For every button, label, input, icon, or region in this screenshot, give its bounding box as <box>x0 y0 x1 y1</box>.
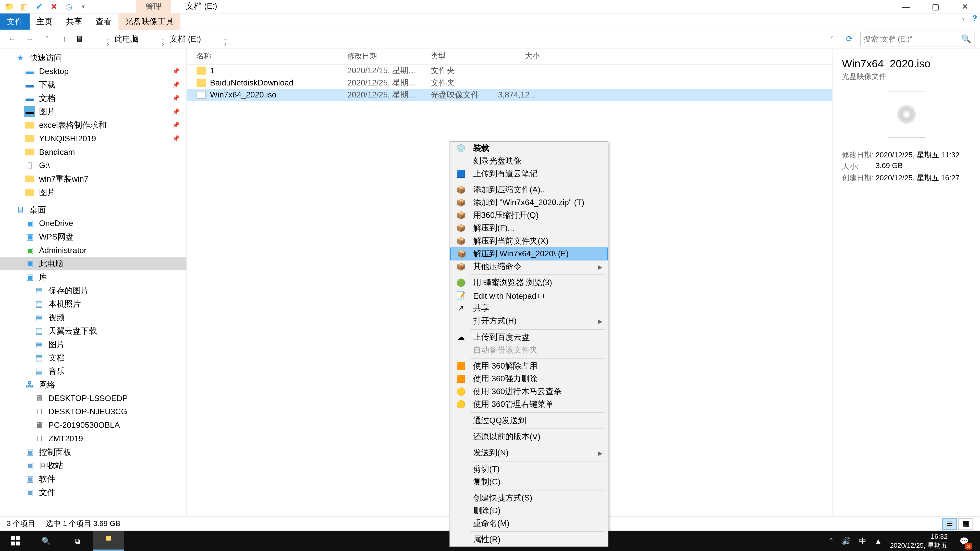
menu-item[interactable]: 📦添加到 "Win7x64_2020.zip" (T) <box>450 197 608 209</box>
col-size[interactable]: 大小 <box>488 48 556 64</box>
menu-item[interactable]: 🟡使用 360进行木马云查杀 <box>450 386 608 398</box>
tree-quick-access[interactable]: ★ 快速访问 <box>0 51 186 65</box>
tree-item[interactable]: Bandicam <box>0 145 186 159</box>
close-button[interactable]: ✕ <box>950 0 980 13</box>
tree-item[interactable]: ▬文档📌 <box>0 92 186 105</box>
tree-item[interactable]: ▣软件 <box>0 472 186 486</box>
addr-dropdown-icon[interactable]: ˅ <box>825 32 838 46</box>
tree-network[interactable]: 🖧 网络 <box>0 378 186 392</box>
tray-expand-icon[interactable]: ˄ <box>829 537 834 545</box>
tree-item[interactable]: ▤文档 <box>0 351 186 365</box>
file-list[interactable]: 名称 修改日期 类型 大小 12020/12/15, 星期二 1...文件夹Ba… <box>187 48 832 516</box>
ribbon-isotool[interactable]: 光盘映像工具 <box>118 14 180 30</box>
menu-item[interactable]: 📦解压到当前文件夹(X) <box>450 235 608 248</box>
menu-item[interactable]: 📦解压到 Win7x64_2020\ (E) <box>450 248 608 260</box>
tree-item[interactable]: 图片 <box>0 186 186 199</box>
tree-item[interactable]: ▤音乐 <box>0 365 186 378</box>
tree-item[interactable]: ▬Desktop📌 <box>0 65 186 78</box>
help-icon[interactable]: ? <box>972 14 977 30</box>
crumb-folder[interactable]: 文档 (E:) <box>170 33 201 45</box>
menu-item[interactable]: 📦用360压缩打开(Q) <box>450 209 608 222</box>
forward-button[interactable]: → <box>23 32 37 46</box>
notification-button[interactable]: 💬3 <box>956 531 974 551</box>
tree-item[interactable]: ▣控制面板 <box>0 445 186 459</box>
recent-dropdown-icon[interactable]: ˅ <box>40 32 54 46</box>
menu-item[interactable]: 🟧使用 360强力删除 <box>450 373 608 386</box>
menu-item[interactable]: 属性(R) <box>450 534 608 546</box>
title-tab-manage[interactable]: 管理 <box>136 0 171 13</box>
minimize-button[interactable]: — <box>891 0 921 13</box>
folder-icon[interactable]: ▥ <box>19 1 30 12</box>
menu-item[interactable]: ↗共享 <box>450 302 608 315</box>
tree-item[interactable]: ▬下载📌 <box>0 78 186 92</box>
menu-item[interactable]: 🟡使用 360管理右键菜单 <box>450 398 608 411</box>
tree-item[interactable]: 🖥ZMT2019 <box>0 432 186 445</box>
menu-item[interactable]: 还原以前的版本(V) <box>450 430 608 443</box>
tree-item[interactable]: ▣WPS网盘 <box>0 230 186 244</box>
menu-item[interactable]: 打开方式(H)▶ <box>450 315 608 327</box>
save-check-icon[interactable]: ✔ <box>34 1 45 12</box>
tree-item[interactable]: 🖥PC-20190530OBLA <box>0 418 186 432</box>
up-button[interactable]: ↑ <box>58 32 72 46</box>
file-row[interactable]: 12020/12/15, 星期二 1...文件夹 <box>187 65 832 76</box>
start-button[interactable] <box>0 531 31 551</box>
menu-item[interactable]: 重命名(M) <box>450 517 608 530</box>
back-button[interactable]: ← <box>5 32 19 46</box>
view-details-button[interactable]: ☰ <box>942 518 957 530</box>
search-input[interactable] <box>863 35 971 43</box>
tree-item[interactable]: ▣文件 <box>0 486 186 499</box>
ribbon-file[interactable]: 文件 <box>0 14 30 30</box>
menu-item[interactable]: 通过QQ发送到 <box>450 414 608 427</box>
maximize-button[interactable]: ▢ <box>921 0 950 13</box>
file-row[interactable]: BaiduNetdiskDownload2020/12/25, 星期五 1...… <box>187 77 832 89</box>
ime-indicator[interactable]: 中 <box>859 536 866 546</box>
history-icon[interactable]: ◷ <box>63 1 74 12</box>
tree-item[interactable]: ▣OneDrive <box>0 217 186 230</box>
security-icon[interactable]: ▲ <box>875 537 882 545</box>
menu-item[interactable]: 📦添加到压缩文件(A)... <box>450 184 608 197</box>
tree-item[interactable]: ▣Administrator <box>0 244 186 257</box>
ribbon-view[interactable]: 查看 <box>89 14 118 30</box>
nav-tree[interactable]: ★ 快速访问 ▬Desktop📌▬下载📌▬文档📌▬图片📌excel表格制作求和📌… <box>0 48 187 516</box>
menu-item[interactable]: 📦其他压缩命令▶ <box>450 260 608 273</box>
tree-item[interactable]: ▤保存的图片 <box>0 284 186 297</box>
tree-item[interactable]: ▤本机照片 <box>0 297 186 311</box>
tree-item[interactable]: ▤视频 <box>0 311 186 324</box>
qat-dropdown-icon[interactable]: ▾ <box>78 1 89 12</box>
tree-item[interactable]: ⌷G:\ <box>0 159 186 172</box>
menu-item[interactable]: 删除(D) <box>450 505 608 517</box>
tree-item[interactable]: 🖥DESKTOP-NJEU3CG <box>0 405 186 418</box>
volume-icon[interactable]: 🔊 <box>842 537 851 545</box>
taskbar-clock[interactable]: 16:32 2020/12/25, 星期五 <box>890 532 948 550</box>
search-box[interactable]: 🔍 <box>860 32 974 46</box>
tree-item[interactable]: ▤天翼云盘下载 <box>0 324 186 338</box>
ribbon-share[interactable]: 共享 <box>59 14 89 30</box>
menu-item[interactable]: 创建快捷方式(S) <box>450 492 608 505</box>
menu-item[interactable]: 🟦上传到有道云笔记 <box>450 168 608 180</box>
ribbon-expand-icon[interactable]: ˅ <box>955 14 972 30</box>
tree-item[interactable]: win7重装win7 <box>0 172 186 186</box>
tree-item[interactable]: ▣此电脑 <box>0 257 186 270</box>
menu-item[interactable]: 剪切(T) <box>450 463 608 475</box>
menu-item[interactable]: 📦解压到(F)... <box>450 222 608 235</box>
tree-item[interactable]: ▣回收站 <box>0 459 186 472</box>
tree-item[interactable]: excel表格制作求和📌 <box>0 118 186 132</box>
menu-item[interactable]: 复制(C) <box>450 475 608 488</box>
menu-item[interactable]: 📝Edit with Notepad++ <box>450 289 608 302</box>
file-row[interactable]: Win7x64_2020.iso2020/12/25, 星期五 1...光盘映像… <box>187 89 832 101</box>
col-name[interactable]: 名称 <box>187 48 338 64</box>
explorer-taskbar-button[interactable]: ▀ <box>93 531 124 551</box>
tree-item[interactable]: ▣库 <box>0 270 186 284</box>
menu-item[interactable]: 发送到(N)▶ <box>450 447 608 459</box>
view-icons-button[interactable]: ▦ <box>958 518 973 530</box>
search-button[interactable]: 🔍 <box>31 531 62 551</box>
close-red-icon[interactable]: ✕ <box>48 1 59 12</box>
menu-item[interactable]: ☁上传到百度云盘 <box>450 331 608 344</box>
menu-item[interactable]: 🟧使用 360解除占用 <box>450 360 608 373</box>
ribbon-home[interactable]: 主页 <box>30 14 59 30</box>
menu-item[interactable]: 刻录光盘映像 <box>450 155 608 168</box>
crumb-root[interactable]: 此电脑 <box>115 33 138 45</box>
tree-item[interactable]: 🖥DESKTOP-LSSOEDP <box>0 392 186 405</box>
menu-item[interactable]: 💿装载 <box>450 142 608 155</box>
refresh-button[interactable]: ⟳ <box>843 32 856 46</box>
